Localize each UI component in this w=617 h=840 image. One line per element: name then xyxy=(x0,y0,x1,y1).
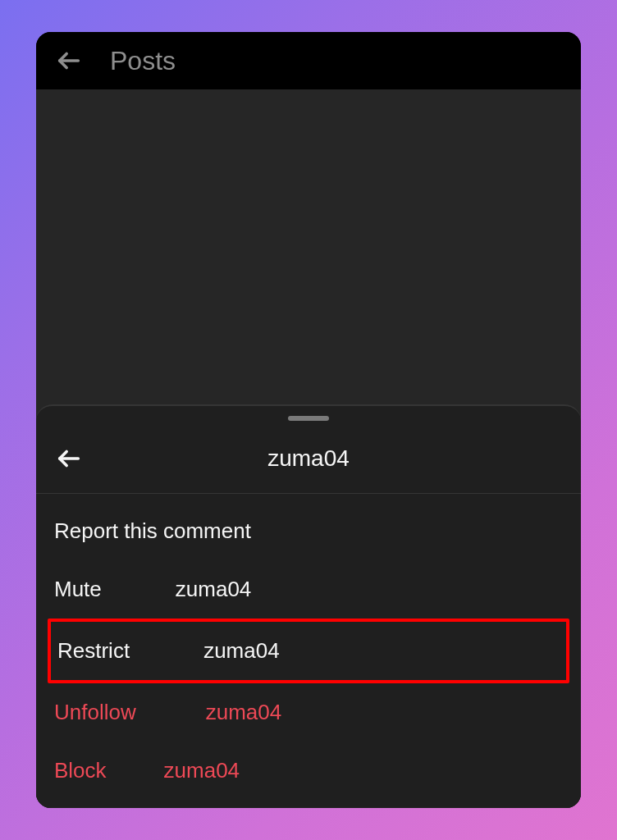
mute-user-option[interactable]: Mute zuma04 xyxy=(48,560,569,619)
restrict-target-label: zuma04 xyxy=(203,638,280,664)
action-menu-list: Report this comment Mute zuma04 Restrict… xyxy=(36,494,581,800)
back-button[interactable] xyxy=(53,44,85,77)
drag-handle[interactable] xyxy=(288,416,329,421)
sheet-back-button[interactable] xyxy=(53,442,85,475)
report-comment-option[interactable]: Report this comment xyxy=(48,502,569,560)
restrict-action-label: Restrict xyxy=(57,638,130,664)
block-action-label: Block xyxy=(54,758,107,783)
arrow-left-icon xyxy=(55,445,83,472)
mute-target-label: zuma04 xyxy=(176,577,252,602)
block-target-label: zuma04 xyxy=(164,758,240,783)
unfollow-action-label: Unfollow xyxy=(54,700,136,725)
top-bar: Posts xyxy=(36,32,581,89)
app-window: Posts zuma04 Report this comment M xyxy=(36,32,581,808)
restrict-user-option[interactable]: Restrict zuma04 xyxy=(48,619,569,683)
mute-action-label: Mute xyxy=(54,577,102,602)
unfollow-user-option[interactable]: Unfollow zuma04 xyxy=(48,683,569,742)
report-label: Report this comment xyxy=(54,518,251,544)
sheet-username-title: zuma04 xyxy=(267,445,350,472)
sheet-header: zuma04 xyxy=(36,436,581,494)
action-sheet: zuma04 Report this comment Mute zuma04 R… xyxy=(36,404,581,808)
post-content-area: zuma04 Report this comment Mute zuma04 R… xyxy=(36,89,581,808)
page-title: Posts xyxy=(110,46,176,76)
unfollow-target-label: zuma04 xyxy=(206,700,282,725)
arrow-left-icon xyxy=(55,47,83,75)
block-user-option[interactable]: Block zuma04 xyxy=(48,742,569,800)
